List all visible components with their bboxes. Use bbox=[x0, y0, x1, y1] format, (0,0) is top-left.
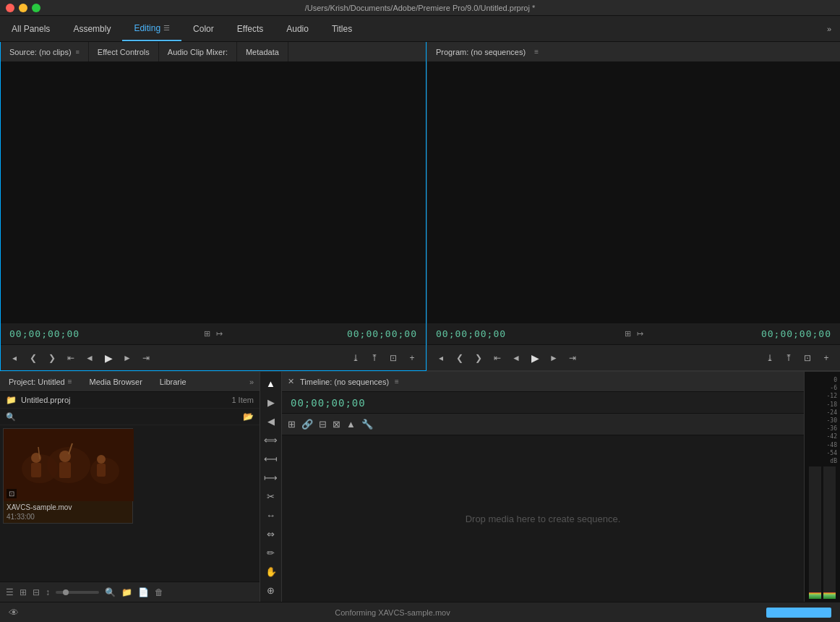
zoom-slider-thumb[interactable] bbox=[63, 589, 69, 595]
close-button[interactable] bbox=[6, 4, 14, 12]
source-tab-menu-icon[interactable]: ≡ bbox=[76, 48, 80, 56]
maximize-button[interactable] bbox=[32, 4, 40, 12]
add-icon[interactable]: + bbox=[404, 350, 420, 366]
tab-source[interactable]: Source: (no clips) ≡ bbox=[1, 42, 89, 61]
add-edit-all-icon[interactable]: ⊠ bbox=[333, 419, 340, 430]
menu-item-assembly[interactable]: Assembly bbox=[61, 16, 122, 41]
track-select-bwd-button[interactable]: ◀ bbox=[262, 412, 280, 430]
program-export-frame-icon[interactable]: ⊡ bbox=[800, 350, 815, 366]
timeline-close-button[interactable]: ✕ bbox=[288, 377, 294, 386]
menu-item-editing[interactable]: Editing ☰ bbox=[122, 16, 181, 41]
traffic-lights[interactable] bbox=[6, 4, 40, 12]
meter-label-48: -48 bbox=[807, 441, 837, 449]
marker-in-icon[interactable]: ◂ bbox=[7, 350, 22, 366]
delete-icon[interactable]: 🗑 bbox=[155, 587, 163, 597]
zoom-slider[interactable] bbox=[56, 591, 99, 594]
track-select-fwd-button[interactable]: ▶ bbox=[262, 393, 280, 411]
status-bar: 👁 Conforming XAVCS-sample.mov bbox=[0, 602, 840, 622]
program-next-frame-icon[interactable]: ► bbox=[546, 350, 562, 366]
slip-button[interactable]: ↔ bbox=[262, 506, 280, 524]
tab-media-browser[interactable]: Media Browser bbox=[81, 372, 151, 391]
new-bin-icon[interactable]: 📁 bbox=[121, 587, 132, 597]
program-step-fwd-icon[interactable]: ❯ bbox=[471, 350, 487, 366]
minimize-button[interactable] bbox=[19, 4, 27, 12]
timeline-tools-bar: ⊞ 🔗 ⊟ ⊠ ▲ 🔧 bbox=[282, 414, 804, 435]
search2-icon[interactable]: 🔍 bbox=[105, 587, 116, 597]
wrench-icon[interactable]: 🔧 bbox=[361, 419, 373, 430]
pen-tool-button[interactable]: ✏ bbox=[262, 544, 280, 561]
step-back-icon[interactable]: ❮ bbox=[25, 350, 41, 366]
timeline-menu-icon[interactable]: ≡ bbox=[395, 378, 399, 385]
tab-libraries[interactable]: Librarie bbox=[151, 372, 195, 391]
menu-item-titles[interactable]: Titles bbox=[320, 16, 364, 41]
free-view-icon[interactable]: ⊟ bbox=[33, 587, 40, 597]
program-lift-icon[interactable]: ⤓ bbox=[762, 350, 778, 366]
zoom-tool-button[interactable]: ⊕ bbox=[262, 581, 280, 599]
menu-item-audio[interactable]: Audio bbox=[275, 16, 320, 41]
go-out-icon[interactable]: ⇥ bbox=[138, 350, 154, 366]
insert-icon[interactable]: ⤓ bbox=[348, 350, 364, 366]
tab-project[interactable]: Project: Untitled ≡ bbox=[0, 372, 81, 391]
tab-audio-clip-mixer[interactable]: Audio Clip Mixer: bbox=[159, 42, 237, 61]
hand-tool-button[interactable]: ✋ bbox=[262, 563, 280, 580]
razor-button[interactable]: ✂ bbox=[262, 487, 280, 505]
new-item-icon[interactable]: 📄 bbox=[138, 587, 149, 597]
next-frame-icon[interactable]: ► bbox=[119, 350, 135, 366]
step-fwd-icon[interactable]: ❯ bbox=[44, 350, 60, 366]
program-step-back-icon[interactable]: ❮ bbox=[452, 350, 468, 366]
linked-selection-icon[interactable]: 🔗 bbox=[301, 419, 313, 430]
program-play-button[interactable]: ▶ bbox=[527, 350, 543, 366]
tab-effect-controls[interactable]: Effect Controls bbox=[89, 42, 159, 61]
rolling-edit-button[interactable]: ⟻ bbox=[262, 450, 280, 467]
eye-icon[interactable]: 👁 bbox=[9, 607, 19, 618]
source-timecode-right: 00;00;00;00 bbox=[347, 328, 417, 339]
timeline-timecode-bar: 00;00;00;00 bbox=[282, 392, 804, 414]
program-menu-icon[interactable]: ≡ bbox=[534, 48, 539, 56]
program-go-out-icon[interactable]: ⇥ bbox=[565, 350, 580, 366]
list-item[interactable]: ⊡ XAVCS-sample.mov 41:33:00 bbox=[3, 428, 133, 524]
program-marker-in-icon[interactable]: ◂ bbox=[433, 350, 449, 366]
snap-icon[interactable]: ⊞ bbox=[288, 419, 296, 430]
sort-icon[interactable]: ↕ bbox=[46, 587, 50, 597]
slide-button[interactable]: ⇔ bbox=[262, 525, 280, 542]
menu-item-all-panels[interactable]: All Panels bbox=[0, 16, 61, 41]
project-tab-menu-icon[interactable]: ≡ bbox=[68, 378, 72, 385]
search-input[interactable] bbox=[20, 412, 239, 421]
program-grid-icon[interactable]: ⊞ bbox=[625, 329, 631, 338]
project-file-count: 1 Item bbox=[231, 396, 254, 404]
prev-frame-icon[interactable]: ◄ bbox=[82, 350, 98, 366]
media-grid: ⊡ XAVCS-sample.mov 41:33:00 bbox=[0, 425, 260, 581]
program-add-icon[interactable]: + bbox=[818, 350, 834, 366]
export-frame-icon[interactable]: ⊡ bbox=[385, 350, 401, 366]
status-text: Conforming XAVCS-sample.mov bbox=[27, 608, 758, 617]
play-button[interactable]: ▶ bbox=[100, 350, 116, 366]
go-in-icon[interactable]: ⇤ bbox=[63, 350, 79, 366]
rate-stretch-button[interactable]: ⟼ bbox=[262, 469, 280, 486]
program-transport-right: ⤓ ⤒ ⊡ + bbox=[762, 350, 834, 366]
selection-tool-button[interactable]: ▲ bbox=[262, 375, 280, 392]
program-extract-icon[interactable]: ⤒ bbox=[781, 350, 797, 366]
audio-meter-labels: 0 -6 -12 -18 -24 -30 -36 -42 -48 -54 dB bbox=[805, 375, 840, 466]
source-timecode-bar: 00;00;00;00 ⊞ ↦ 00;00;00;00 bbox=[1, 323, 426, 344]
export-icon[interactable]: ↦ bbox=[216, 329, 223, 338]
menu-item-effects[interactable]: Effects bbox=[226, 16, 275, 41]
project-tabs-more[interactable]: » bbox=[244, 378, 260, 386]
program-prev-frame-icon[interactable]: ◄ bbox=[508, 350, 524, 366]
add-edit-icon[interactable]: ⊟ bbox=[319, 419, 327, 430]
bottom-row: Project: Untitled ≡ Media Browser Librar… bbox=[0, 371, 840, 602]
menu-more-button[interactable]: » bbox=[818, 16, 840, 41]
overwrite-icon[interactable]: ⤒ bbox=[367, 350, 382, 366]
program-export-icon[interactable]: ↦ bbox=[637, 329, 643, 338]
folder-icon: 📁 bbox=[6, 395, 17, 405]
tab-metadata[interactable]: Metadata bbox=[237, 42, 288, 61]
menu-item-color[interactable]: Color bbox=[181, 16, 226, 41]
media-filename: XAVCS-sample.mov bbox=[4, 501, 132, 512]
program-timecode-left: 00;00;00;00 bbox=[436, 328, 506, 339]
program-go-in-icon[interactable]: ⇤ bbox=[489, 350, 505, 366]
ripple-edit-button[interactable]: ⟺ bbox=[262, 431, 280, 448]
lift-icon[interactable]: ▲ bbox=[346, 419, 356, 430]
grid-icon[interactable]: ⊞ bbox=[204, 329, 210, 338]
new-folder-icon[interactable]: 📂 bbox=[243, 412, 254, 422]
list-view-icon[interactable]: ☰ bbox=[6, 587, 14, 597]
icon-view-icon[interactable]: ⊞ bbox=[20, 587, 27, 597]
